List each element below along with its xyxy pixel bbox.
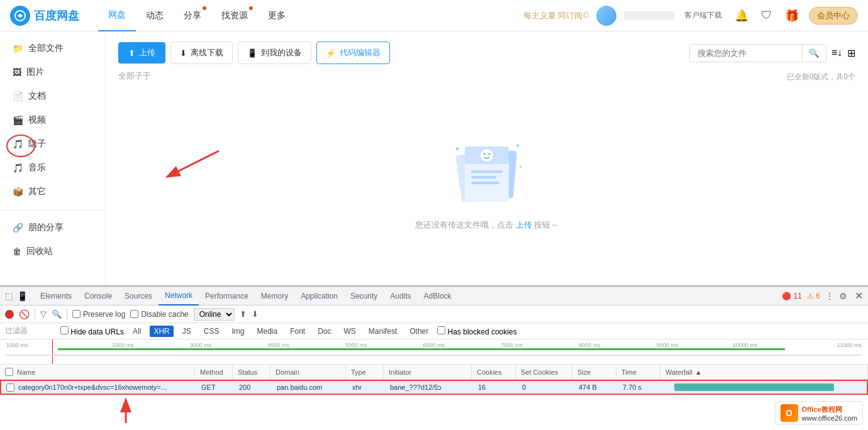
blocked-cookies-checkbox[interactable]: Has blocked cookies — [437, 326, 516, 336]
logo[interactable]: 百度网盘 — [10, 6, 79, 26]
office-watermark: O Office教程网 www.office26.com — [775, 401, 863, 425]
devtools-timeline: 1000 ms 2000 ms 3000 ms 4500 ms 5000 ms … — [0, 339, 868, 365]
devtools-more-icon[interactable]: ⋮ — [825, 291, 834, 301]
sidebar-item-yinzi[interactable]: 🎵 隐子 — [0, 132, 105, 156]
tab-security[interactable]: Security — [344, 287, 384, 306]
offline-download-btn[interactable]: ⬇ 离线下载 — [170, 41, 233, 64]
search-network-icon[interactable]: 🔍 — [52, 309, 62, 319]
col-header-domain[interactable]: Domain — [270, 365, 346, 379]
col-header-initiator[interactable]: Initiator — [384, 365, 472, 379]
filter-doc[interactable]: Doc — [314, 326, 335, 337]
tl-2000: 2000 ms — [84, 342, 162, 348]
upload-link[interactable]: 上传 — [516, 220, 532, 229]
preserve-log-checkbox[interactable]: Preserve log — [72, 310, 125, 319]
filter-manifest[interactable]: Manifest — [365, 326, 401, 337]
nav-item-zhaoziyuan[interactable]: 找资源 — [211, 0, 258, 31]
shield-icon[interactable]: 🛡 — [759, 6, 775, 25]
search-input[interactable] — [689, 44, 803, 62]
select-all-checkbox[interactable] — [5, 368, 13, 376]
grid-view-icon[interactable]: ⊞ — [847, 47, 855, 59]
clear-icon[interactable]: 🚫 — [19, 309, 30, 319]
tab-application[interactable]: Application — [294, 287, 344, 306]
upload-btn[interactable]: ⬆ 上传 — [118, 42, 165, 63]
sidebar-item-qita[interactable]: 📦 其它 — [0, 180, 105, 204]
col-header-setcookies[interactable]: Set Cookies — [516, 365, 572, 379]
devtools-tab-end: 🔴 11 ⚠ 6 ⋮ ⚙ ✕ — [782, 290, 863, 302]
filter-icon[interactable]: ▽ — [40, 309, 47, 319]
filter-all[interactable]: All — [129, 326, 145, 337]
table-row[interactable]: category0n170n0r+txpe&dvsc=16xhowemoty=0… — [0, 380, 868, 395]
nav-dot-zhaoziyuan — [249, 6, 253, 10]
inspect-icon[interactable]: ⬚ — [5, 291, 13, 301]
nav-item-fenxiang[interactable]: 分享 — [174, 0, 211, 31]
sidebar-item-huishouzhan[interactable]: 🗑 回收站 — [0, 240, 105, 263]
sidebar-item-yinyue[interactable]: 🎵 音乐 — [0, 156, 105, 180]
export-har-icon[interactable]: ⬇ — [252, 309, 259, 319]
col-header-type[interactable]: Type — [346, 365, 384, 379]
tab-memory[interactable]: Memory — [255, 287, 294, 306]
warn-badge: ⚠ 6 — [807, 292, 820, 300]
record-btn[interactable] — [5, 310, 14, 319]
sidebar-item-pengdefenxiang[interactable]: 🔗 朋的分享 — [0, 216, 105, 240]
cell-initiator: bane_???d12/כ5 — [385, 381, 473, 394]
empty-illustration: ✦ ✦ ✦ — [443, 134, 531, 209]
filter-font[interactable]: Font — [286, 326, 309, 337]
col-header-status[interactable]: Status — [233, 365, 270, 379]
logo-icon — [10, 6, 30, 26]
code-editor-btn[interactable]: ⚡ 代码编辑器 — [316, 41, 390, 64]
col-header-size[interactable]: Size — [572, 365, 616, 379]
col-header-method[interactable]: Method — [195, 365, 233, 379]
tab-adblock[interactable]: AdBlock — [418, 287, 458, 306]
download-btn[interactable]: 客户端下载 — [682, 8, 725, 23]
tab-audits[interactable]: Audits — [384, 287, 417, 306]
sidebar-item-shipin[interactable]: 🎬 视频 — [0, 108, 105, 132]
nav-item-wangpan[interactable]: 网盘 — [98, 0, 136, 31]
bell-icon[interactable]: 🔔 — [732, 6, 751, 25]
col-header-time[interactable]: Time — [616, 365, 660, 379]
nav-item-gengduo[interactable]: 更多 — [258, 0, 296, 31]
sidebar-item-tupian[interactable]: 🖼 图片 — [0, 60, 105, 84]
filter-other[interactable]: Other — [406, 326, 432, 337]
col-header-cookies[interactable]: Cookies — [472, 365, 516, 379]
row-checkbox[interactable] — [6, 383, 14, 392]
devtools-settings-icon[interactable]: ⚙ — [839, 291, 847, 301]
office-text: Office教程网 www.office26.com — [802, 405, 857, 422]
timeline-green-bar — [58, 348, 785, 350]
sidebar-item-wendang[interactable]: 📄 文档 — [0, 84, 105, 108]
filter-img[interactable]: Img — [228, 326, 248, 337]
nav-item-dongtai[interactable]: 动态 — [136, 0, 174, 31]
tab-elements[interactable]: Elements — [34, 287, 78, 306]
tab-sources[interactable]: Sources — [118, 287, 159, 306]
col-header-waterfall[interactable]: Waterfall ▲ — [660, 365, 868, 379]
sort-icon[interactable]: ≡↓ — [832, 47, 842, 58]
toolbar-right-icons: ≡↓ ⊞ — [832, 47, 855, 59]
username-display[interactable] — [624, 11, 674, 20]
vip-link[interactable]: 每主义量 同订阅© — [523, 10, 589, 21]
tab-performance[interactable]: Performance — [199, 287, 255, 306]
tab-network[interactable]: Network — [159, 287, 199, 306]
import-har-icon[interactable]: ⬆ — [240, 309, 247, 319]
search-btn[interactable]: 🔍 — [803, 44, 826, 62]
tab-console[interactable]: Console — [78, 287, 118, 306]
network-table[interactable]: Name Method Status Domain Type Initiator… — [0, 365, 868, 430]
filter-ws[interactable]: WS — [340, 326, 360, 337]
filter-css[interactable]: CSS — [200, 326, 223, 337]
gift-icon[interactable]: 🎁 — [782, 6, 801, 25]
throttle-select[interactable]: Online — [194, 308, 235, 321]
cell-method: GET — [196, 381, 234, 394]
my-device-btn[interactable]: 📱 到我的设备 — [238, 41, 311, 64]
svg-point-5 — [481, 149, 493, 162]
hide-data-urls-checkbox[interactable]: Hide data URLs — [60, 326, 124, 336]
vip-center-btn[interactable]: 会员中心 — [809, 7, 858, 25]
devtools-close-icon[interactable]: ✕ — [855, 290, 863, 302]
sidebar: 📁 全部文件 🖼 图片 📄 文档 🎬 视频 🎵 隐子 — [0, 31, 106, 285]
filter-xhr[interactable]: XHR — [150, 326, 173, 337]
filter-js[interactable]: JS — [179, 326, 195, 337]
sidebar-item-quanbu[interactable]: 📁 全部文件 — [0, 36, 105, 60]
mobile-icon[interactable]: 📱 — [17, 291, 28, 301]
filter-media[interactable]: Media — [253, 326, 281, 337]
avatar[interactable] — [596, 6, 616, 26]
disable-cache-checkbox[interactable]: Disable cache — [130, 310, 188, 319]
tl-4500: 4500 ms — [240, 342, 318, 348]
col-header-name[interactable]: Name — [0, 365, 195, 379]
